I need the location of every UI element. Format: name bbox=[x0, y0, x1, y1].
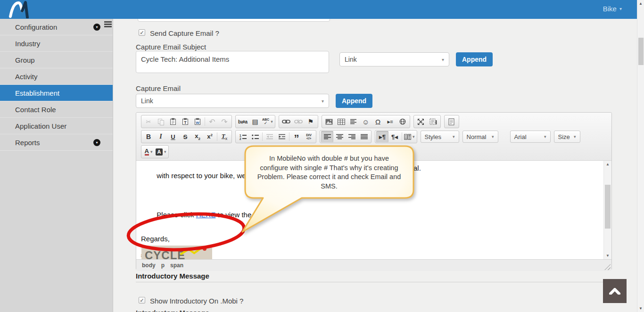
superscript-button[interactable]: x2 bbox=[204, 131, 216, 142]
div-icon: DIV </> bbox=[306, 133, 312, 140]
sidebar-item-industry[interactable]: Industry bbox=[0, 35, 113, 52]
show-introductory-checkbox[interactable]: ✓ bbox=[139, 297, 145, 304]
blockquote-button[interactable]: ” bbox=[290, 131, 303, 142]
paste-button[interactable] bbox=[167, 116, 179, 127]
element-path-p[interactable]: p bbox=[161, 262, 165, 269]
sidebar-item-label: Industry bbox=[15, 40, 40, 48]
here-link[interactable]: HERE bbox=[196, 211, 216, 219]
bulleted-list-button[interactable] bbox=[249, 131, 261, 142]
bold-button[interactable]: B bbox=[142, 131, 155, 142]
text-color-button[interactable]: A ▾ bbox=[142, 146, 155, 157]
bidi-rtl-button[interactable]: ¶◂ bbox=[388, 131, 401, 142]
bidi-ltr-button[interactable]: ▸¶ bbox=[376, 131, 388, 142]
chevron-down-icon: ▾ bbox=[322, 99, 324, 104]
sidebar-item-activity[interactable]: Activity bbox=[0, 68, 113, 85]
unlink-button[interactable] bbox=[292, 116, 305, 127]
embedded-cycle-logo-image: CYCLE bbox=[141, 246, 212, 259]
iframe-button[interactable] bbox=[396, 116, 409, 127]
chevron-down-icon: ▾ bbox=[574, 134, 576, 139]
editor-status-bar: body p span bbox=[136, 259, 611, 271]
page-break-button[interactable]: ▸≡ bbox=[384, 116, 396, 127]
styles-select[interactable]: Styles ▾ bbox=[421, 131, 459, 143]
size-select[interactable]: Size ▾ bbox=[554, 131, 580, 143]
replace-icon: b⇄a bbox=[238, 119, 248, 124]
underline-button[interactable]: U bbox=[167, 131, 179, 142]
spell-checker-button[interactable]: ABC ✓ ▾ bbox=[261, 116, 274, 127]
special-character-button[interactable]: Ω bbox=[372, 116, 384, 127]
div-container-button[interactable]: DIV </> bbox=[303, 131, 315, 142]
sidebar-item-reports[interactable]: Reports ▾ bbox=[0, 134, 113, 151]
insert-table-button[interactable] bbox=[335, 116, 347, 127]
align-left-icon bbox=[324, 134, 331, 140]
editor-content-area[interactable]: with respect to your bike, we ha al. Ple… bbox=[136, 161, 611, 259]
paste-from-word-button[interactable]: W bbox=[191, 116, 204, 127]
append-email-button[interactable]: Append bbox=[336, 94, 372, 108]
chevron-down-icon: ▾ bbox=[619, 6, 622, 11]
copy-button[interactable] bbox=[155, 116, 167, 127]
sidebar-item-configuration[interactable]: Configuration ▾ bbox=[0, 19, 113, 35]
bg-color-button[interactable]: A ▾ bbox=[155, 146, 167, 157]
decrease-indent-button[interactable] bbox=[264, 131, 276, 142]
sidebar-item-establishment[interactable]: Establishment bbox=[0, 85, 113, 101]
app-logo[interactable] bbox=[8, 0, 30, 18]
editor-text: to view the bbox=[215, 211, 251, 219]
sidebar-item-application-user[interactable]: Application User bbox=[0, 118, 113, 134]
select-all-button[interactable]: ▤ bbox=[249, 116, 261, 127]
account-menu[interactable]: Bike ▾ bbox=[603, 5, 622, 13]
find-replace-button[interactable]: b⇄a bbox=[237, 116, 249, 127]
scroll-to-top-button[interactable] bbox=[603, 279, 627, 303]
chevron-down-icon: ▾ bbox=[413, 134, 415, 139]
editor-scrollbar[interactable]: ▲ ▼ bbox=[603, 161, 611, 259]
link-button[interactable] bbox=[280, 116, 292, 127]
align-justify-button[interactable] bbox=[358, 131, 370, 142]
styles-select-value: Styles bbox=[425, 133, 441, 140]
show-blocks-button[interactable] bbox=[427, 116, 439, 127]
anchor-button[interactable]: ⚑ bbox=[305, 116, 317, 127]
italic-button[interactable]: I bbox=[155, 131, 167, 142]
append-subject-button[interactable]: Append bbox=[456, 52, 493, 66]
capture-email-link-select[interactable]: Link ▾ bbox=[136, 94, 329, 108]
align-right-button[interactable] bbox=[346, 131, 358, 142]
source-button[interactable] bbox=[446, 116, 458, 127]
increase-indent-button[interactable] bbox=[276, 131, 288, 142]
partial-bottom-label: Introductory Message bbox=[136, 309, 209, 312]
align-left-button[interactable] bbox=[321, 131, 333, 142]
page-scrollbar-thumb[interactable] bbox=[638, 38, 644, 65]
editor-scrollbar-thumb[interactable] bbox=[605, 185, 611, 229]
sidebar-item-label: Reports bbox=[15, 139, 40, 147]
numbered-list-button[interactable]: 12 bbox=[237, 131, 249, 142]
resize-grip-icon[interactable] bbox=[604, 264, 611, 270]
undo-button[interactable]: ↶ bbox=[206, 116, 218, 127]
align-center-button[interactable] bbox=[333, 131, 346, 142]
format-select-value: Normal bbox=[467, 133, 487, 140]
sidebar-item-contact-role[interactable]: Contact Role bbox=[0, 101, 113, 118]
element-path-span[interactable]: span bbox=[170, 262, 183, 269]
insert-image-button[interactable] bbox=[323, 116, 335, 127]
subscript-button[interactable]: x2 bbox=[191, 131, 204, 142]
scroll-down-arrow-icon[interactable]: ▼ bbox=[637, 306, 644, 311]
editor-text: al. bbox=[413, 164, 421, 172]
table-icon bbox=[338, 119, 345, 125]
cut-button[interactable]: ✂ bbox=[142, 116, 155, 127]
scroll-up-arrow-icon[interactable]: ▲ bbox=[604, 162, 611, 166]
smiley-button[interactable]: ☺ bbox=[360, 116, 372, 127]
scroll-up-arrow-icon[interactable]: ▲ bbox=[637, 1, 644, 6]
subject-link-select[interactable]: Link ▾ bbox=[339, 52, 449, 66]
horizontal-rule-button[interactable] bbox=[347, 116, 360, 127]
element-path-body[interactable]: body bbox=[142, 262, 156, 269]
strikethrough-button[interactable]: S bbox=[179, 131, 191, 142]
paste-plain-text-button[interactable]: T bbox=[179, 116, 191, 127]
redo-button[interactable]: ↷ bbox=[218, 116, 231, 127]
maximize-button[interactable] bbox=[415, 116, 427, 127]
scroll-down-arrow-icon[interactable]: ▼ bbox=[604, 254, 611, 258]
font-select[interactable]: Arial ▾ bbox=[510, 131, 551, 143]
align-justify-icon bbox=[361, 134, 368, 140]
language-button[interactable]: ▾ bbox=[403, 131, 416, 142]
format-select[interactable]: Normal ▾ bbox=[462, 131, 498, 143]
send-capture-email-checkbox[interactable]: ✓ bbox=[139, 29, 145, 36]
capture-email-subject-input[interactable]: Cycle Tech: Additional Items bbox=[136, 51, 329, 73]
remove-format-button[interactable]: Tx bbox=[218, 131, 231, 142]
sidebar-item-group[interactable]: Group bbox=[0, 52, 113, 68]
page-scrollbar[interactable]: ▲ ▼ bbox=[637, 0, 644, 312]
menu-toggle-button[interactable] bbox=[104, 21, 112, 27]
